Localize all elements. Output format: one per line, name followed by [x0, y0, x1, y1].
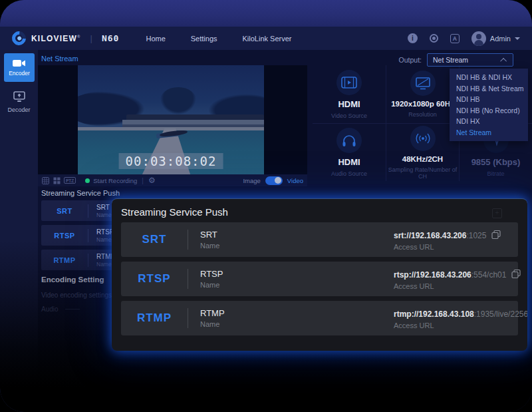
record-dot-icon — [85, 178, 90, 183]
image-toggle-label: Image — [243, 177, 260, 184]
status-cell-sampling: 48KHz/2CH Sampling Rate/Number of CH — [386, 123, 459, 181]
popup-rtsp-row[interactable]: RTSP RTSP Name rtsp://192.168.43.206:554… — [121, 262, 518, 296]
start-recording-label: Start Recording — [93, 177, 137, 184]
output-selected-value: Net Stream — [428, 56, 502, 64]
menu-option-ndi-hb[interactable]: NDI HB — [450, 94, 528, 105]
sampling-value: 48KHz/2CH — [402, 155, 443, 163]
info-icon[interactable]: i — [408, 33, 418, 43]
top-gradient-band — [0, 0, 532, 27]
row-divider — [188, 308, 188, 328]
menu-option-net-stream[interactable]: Net Stream — [450, 127, 528, 138]
srt-name-label: Name — [96, 212, 112, 218]
srt-name: SRT — [96, 204, 112, 211]
output-control: Output: Net Stream — [399, 53, 513, 67]
nav-divider: | — [90, 33, 92, 43]
image-video-switch: Image Video — [243, 176, 303, 185]
resolution-value: 1920x1080p 60Hz — [391, 100, 454, 108]
audio-source-value: HDMI — [338, 157, 360, 167]
row-divider — [88, 204, 88, 218]
rtmp-name-label: Name — [200, 320, 225, 328]
video-preview[interactable]: 00:03:08:02 — [38, 65, 307, 174]
rtmp-url-path: :1935/live/2256 — [474, 309, 527, 319]
kiloview-logo-icon — [9, 29, 29, 49]
srt-name: SRT — [200, 230, 219, 240]
audio-encoding-item[interactable]: Audio — [41, 306, 80, 313]
video-frame: 00:03:08:02 — [78, 65, 264, 174]
rtmp-logo: RTMP — [121, 311, 188, 325]
video-toggle-label: Video — [287, 177, 303, 184]
toolbar-divider: | — [142, 177, 144, 184]
copy-icon[interactable] — [491, 230, 501, 240]
model-badge: N60 — [102, 33, 119, 43]
encoder-label: Encoder — [9, 70, 30, 77]
srt-url: srt://192.168.43.206 — [394, 231, 466, 240]
encoder-camera-icon — [13, 59, 26, 68]
status-cell-video-source: HDMI Video Source — [313, 65, 386, 123]
ptz-button[interactable]: PTZ — [64, 177, 76, 184]
admin-menu[interactable]: Admin — [471, 31, 520, 46]
output-dropdown-menu: NDI HB & NDI HX NDI HB & Net Stream NDI … — [450, 69, 528, 141]
menu-option-ndi-hx[interactable]: NDI HX — [450, 116, 528, 127]
broadcast-icon — [410, 126, 436, 151]
nav-menu: Home Settings KiloLink Server — [146, 35, 291, 43]
rtmp-logo: RTMP — [41, 256, 88, 264]
start-recording-button[interactable]: Start Recording — [85, 177, 137, 184]
row-divider — [188, 230, 188, 250]
rtsp-logo: RTSP — [41, 232, 88, 240]
player-toolbar: PTZ Start Recording | ⚙ Image Video — [38, 174, 307, 186]
srt-access-url-label: Access URL — [394, 243, 501, 251]
srt-logo: SRT — [41, 207, 88, 215]
app-canvas: KILOVIEW® | N60 Home Settings KiloLink S… — [0, 0, 532, 412]
nav-item-kilolink-server[interactable]: KiloLink Server — [243, 35, 292, 43]
sidebar: Encoder Decoder — [0, 50, 38, 412]
rtmp-url: rtmp://192.168.43.108 — [394, 309, 474, 319]
decoder-label: Decoder — [7, 106, 30, 113]
audio-source-label: Audio Source — [331, 170, 367, 177]
bitrate-value: 9855 (Kbps) — [471, 157, 521, 167]
timecode-overlay: 00:03:08:02 — [119, 153, 223, 169]
popup-rtmp-row[interactable]: RTMP RTMP Name rtmp://192.168.43.108:193… — [121, 301, 518, 335]
row-divider — [188, 269, 188, 289]
output-select[interactable]: Net Stream — [427, 53, 513, 67]
sidebar-item-encoder[interactable]: Encoder — [4, 53, 35, 82]
rtmp-access-url-label: Access URL — [394, 321, 527, 329]
gear-icon[interactable]: ⚙ — [148, 176, 156, 184]
popup-srt-row[interactable]: SRT SRT Name srt://192.168.43.206:1025 A… — [121, 222, 518, 257]
copy-icon[interactable] — [511, 270, 521, 279]
grid-view-icon[interactable] — [42, 177, 49, 184]
decoder-icon — [13, 91, 26, 103]
menu-option-ndi-hb-net-stream[interactable]: NDI HB & Net Stream — [450, 83, 528, 95]
video-encoding-settings-label: Video encoding settings — [41, 292, 112, 299]
image-video-toggle[interactable] — [265, 176, 283, 185]
nav-item-settings[interactable]: Settings — [191, 35, 217, 43]
video-source-label: Video Source — [331, 112, 367, 119]
chevron-down-icon — [515, 37, 520, 40]
rtsp-url: rtsp://192.168.43.206 — [394, 270, 471, 280]
registered-mark: ® — [77, 35, 81, 39]
rtsp-logo: RTSP — [121, 272, 188, 286]
film-icon — [336, 70, 362, 95]
menu-option-ndi-hb-ndi-hx[interactable]: NDI HB & NDI HX — [450, 72, 528, 83]
add-service-icon[interactable]: + — [492, 208, 502, 218]
audio-label: Audio — [41, 306, 59, 313]
output-label: Output: — [399, 56, 422, 64]
sidebar-item-decoder[interactable]: Decoder — [0, 91, 38, 113]
encoding-section-title: Encoding Setting — [41, 276, 104, 284]
language-icon[interactable]: A — [450, 34, 460, 43]
rtsp-access-url-label: Access URL — [394, 282, 521, 290]
navbar: KILOVIEW® | N60 Home Settings KiloLink S… — [0, 27, 532, 50]
status-cell-audio-source: HDMI Audio Source — [313, 123, 386, 181]
nav-item-home[interactable]: Home — [146, 35, 165, 43]
srt-logo: SRT — [121, 233, 188, 246]
support-icon[interactable] — [430, 34, 438, 43]
menu-option-ndi-hb-no-record[interactable]: NDI HB (No Record) — [450, 105, 528, 116]
bitrate-label: Bitrate — [487, 170, 504, 177]
streaming-push-popup: Streaming Service Push + SRT SRT Name sr… — [112, 198, 527, 351]
row-divider — [88, 229, 88, 242]
rtmp-name: RTMP — [200, 308, 225, 318]
resolution-label: Resolution — [408, 111, 437, 118]
quad-view-icon[interactable] — [53, 177, 61, 184]
avatar-icon — [471, 31, 486, 46]
admin-username: Admin — [490, 35, 511, 43]
item-rule — [65, 309, 80, 309]
